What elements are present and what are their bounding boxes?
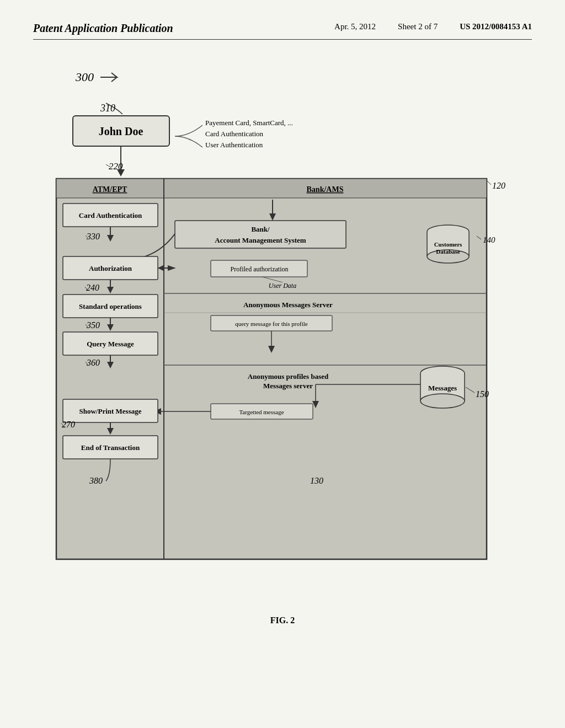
ref-330-label: 330 — [86, 232, 100, 241]
step-show-print: Show/Print Message — [79, 407, 141, 415]
john-doe-text: John Doe — [99, 125, 143, 137]
bank-ams-text1: Bank/ — [251, 225, 270, 233]
right-header: Bank/AMS — [307, 185, 344, 194]
anon-server-text: Anonymous Messages Server — [243, 301, 333, 309]
anon-profiles-text2: Messages server — [263, 382, 313, 390]
ref-300-label: 300 — [75, 70, 94, 84]
step-query-msg: Query Message — [87, 340, 134, 348]
ref-360-label: 360 — [86, 358, 100, 367]
anon-profiles-text1: Anonymous profiles based — [248, 372, 329, 381]
payement-line2: Card Authentication — [205, 130, 264, 138]
ref-350-label: 350 — [86, 320, 100, 330]
step-auth: Authorization — [89, 264, 132, 272]
payement-line1: Payement Card, SmartCard, ... — [205, 119, 293, 127]
ref-120-label: 120 — [492, 181, 505, 190]
step-end-transaction: End of Transaction — [81, 443, 140, 452]
ref-270-label: 270 — [62, 420, 75, 429]
figure-svg: 300 310 John Doe Payement Card, SmartCar… — [45, 56, 520, 608]
customers-db-text2: Database — [436, 248, 460, 255]
user-data-text: User Data — [269, 282, 296, 290]
header-patent: US 2012/0084153 A1 — [460, 22, 532, 31]
step-standard-ops: Standard operations — [79, 302, 142, 311]
page: Patent Application Publication Apr. 5, 2… — [0, 0, 565, 728]
ref-150-label: 150 — [476, 389, 489, 399]
svg-point-41 — [420, 394, 465, 408]
page-header: Patent Application Publication Apr. 5, 2… — [33, 22, 532, 40]
ref-130-label: 130 — [310, 476, 323, 485]
ref-240-label: 240 — [86, 283, 99, 292]
targetted-msg-text: Targetted message — [239, 409, 284, 415]
header-date: Apr. 5, 2012 — [334, 22, 376, 31]
left-header: ATM/EPT — [93, 185, 127, 194]
header-date-sheet: Apr. 5, 2012 Sheet 2 of 7 US 2012/008415… — [334, 22, 532, 31]
bank-ams-text2: Account Management System — [215, 236, 306, 244]
figure-area: 300 310 John Doe Payement Card, SmartCar… — [45, 56, 520, 625]
figure-caption: FIG. 2 — [45, 615, 520, 625]
step-card-auth: Card Authentication — [79, 211, 142, 220]
ref-380-label: 380 — [89, 476, 103, 485]
header-sheet: Sheet 2 of 7 — [398, 22, 438, 31]
payement-line3: User Authentication — [205, 141, 263, 149]
header-title: Patent Application Publication — [33, 22, 173, 35]
ref-220-label: 220 — [109, 161, 123, 172]
customers-db-text1: Customers — [434, 241, 462, 248]
query-msg-inner-text: query message for this profile — [235, 320, 307, 327]
messages-db-text: Messages — [428, 384, 457, 392]
profiled-auth-text: Profiled authorization — [231, 265, 289, 273]
header-right: Apr. 5, 2012 Sheet 2 of 7 US 2012/008415… — [334, 22, 532, 31]
ref-140-label: 140 — [483, 235, 495, 244]
